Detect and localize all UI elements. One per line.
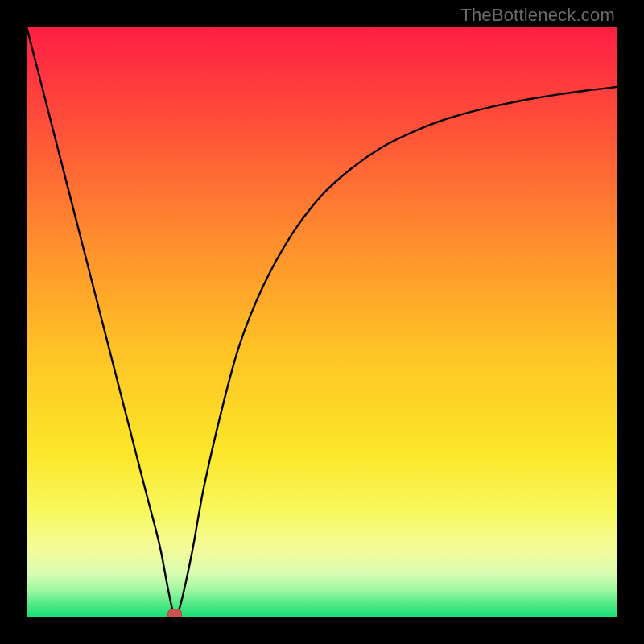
optimal-point-marker: [167, 609, 182, 617]
outer-frame: TheBottleneck.com: [0, 0, 644, 644]
watermark-label: TheBottleneck.com: [460, 5, 615, 26]
bottleneck-curve: [27, 27, 617, 617]
plot-area: [27, 27, 617, 617]
